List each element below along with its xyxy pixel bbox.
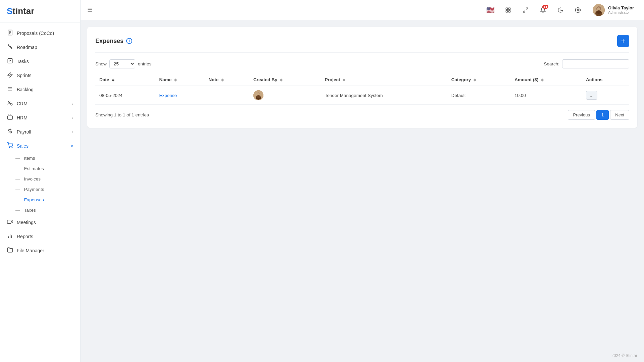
- col-amount[interactable]: Amount ($): [510, 74, 582, 86]
- sprints-icon: [7, 72, 13, 79]
- search-input[interactable]: [562, 59, 629, 68]
- expense-link[interactable]: Expense: [159, 93, 177, 98]
- svg-point-36: [596, 10, 601, 14]
- page-footer: 2024 © Stintar: [81, 349, 644, 362]
- sidebar-item-hrm[interactable]: HRM ›: [0, 111, 80, 125]
- sidebar-item-label: Tasks: [17, 59, 29, 64]
- card-header: Expenses i +: [95, 35, 629, 53]
- entries-per-page-select[interactable]: 25 10 50 100: [109, 59, 135, 68]
- settings-button[interactable]: [572, 4, 584, 16]
- col-category-label: Category: [451, 77, 471, 82]
- col-name[interactable]: Name: [155, 74, 204, 86]
- sidebar-subitem-items[interactable]: — Items: [0, 153, 80, 163]
- hrm-icon: [7, 114, 13, 121]
- grid-icon: [505, 7, 511, 13]
- svg-marker-10: [8, 72, 12, 77]
- folder-icon: [7, 247, 13, 254]
- next-button[interactable]: Next: [610, 110, 629, 120]
- svg-line-7: [9, 46, 10, 46]
- info-icon[interactable]: i: [126, 38, 132, 44]
- svg-line-30: [523, 10, 525, 12]
- sidebar-subitem-estimates[interactable]: — Estimates: [0, 163, 80, 174]
- showing-text: Showing 1 to 1 of 1 entries: [95, 112, 149, 117]
- col-project-label: Project: [325, 77, 340, 82]
- previous-button[interactable]: Previous: [568, 110, 595, 120]
- app-logo: Stintar: [7, 6, 34, 16]
- main-wrapper: ☰ 🇺🇸 54: [81, 0, 644, 362]
- svg-point-41: [256, 95, 260, 98]
- sidebar-item-proposals[interactable]: Proposals (CoCo): [0, 26, 80, 40]
- show-entries-control: Show 25 10 50 100 entries: [95, 59, 151, 68]
- svg-point-15: [10, 103, 12, 105]
- sidebar-item-backlog[interactable]: Backlog: [0, 83, 80, 97]
- sidebar-item-label: Reports: [17, 234, 33, 239]
- language-flag[interactable]: 🇺🇸: [485, 4, 497, 16]
- sidebar-item-label: Proposals (CoCo): [17, 31, 54, 36]
- sidebar-item-reports[interactable]: Reports: [0, 229, 80, 244]
- sidebar-subitem-payments[interactable]: — Payments: [0, 184, 80, 195]
- svg-point-4: [8, 45, 9, 46]
- sidebar-item-roadmap[interactable]: Roadmap: [0, 40, 80, 54]
- footer-text: 2024 © Stintar: [611, 353, 637, 358]
- notification-button[interactable]: 54: [537, 4, 549, 16]
- main-content: Expenses i + Show 25 10 50 100 entries: [81, 20, 644, 349]
- col-category[interactable]: Category: [447, 74, 510, 86]
- hrm-arrow-icon: ›: [72, 115, 73, 120]
- table-row: 08-05-2024 Expense: [95, 86, 629, 105]
- col-actions: Actions: [582, 74, 629, 86]
- sidebar-item-file-manager[interactable]: File Manager: [0, 244, 80, 258]
- sort-arrows-amount: [541, 79, 544, 82]
- avatar: [593, 4, 605, 16]
- svg-line-29: [526, 8, 528, 9]
- row-actions-button[interactable]: ...: [586, 91, 597, 100]
- page-1-button[interactable]: 1: [596, 110, 609, 120]
- moon-icon: [557, 7, 563, 13]
- cell-amount: 10.00: [510, 86, 582, 105]
- expenses-table: Date Name: [95, 74, 629, 105]
- sidebar-subitem-label: Estimates: [24, 166, 44, 171]
- cell-actions: ...: [582, 86, 629, 105]
- user-profile-button[interactable]: Olivia Taylor Administrator: [589, 3, 637, 17]
- sidebar-logo: Stintar: [0, 0, 80, 23]
- sidebar-item-payroll[interactable]: Payroll ›: [0, 125, 80, 139]
- sidebar-subitem-invoices[interactable]: — Invoices: [0, 174, 80, 184]
- sidebar-item-label: Meetings: [17, 220, 36, 225]
- cell-note: [204, 86, 249, 105]
- col-date[interactable]: Date: [95, 74, 155, 86]
- svg-point-5: [10, 46, 11, 47]
- table-body: 08-05-2024 Expense: [95, 86, 629, 105]
- sidebar-item-meetings[interactable]: Meetings: [0, 215, 80, 229]
- user-avatar-image: [593, 4, 605, 16]
- sidebar-item-sales[interactable]: Sales ∨: [0, 139, 80, 153]
- cell-category: Default: [447, 86, 510, 105]
- sidebar-subitem-label: Expenses: [24, 197, 44, 202]
- fullscreen-button[interactable]: [519, 4, 532, 16]
- col-project[interactable]: Project: [321, 74, 447, 86]
- user-info: Olivia Taylor Administrator: [608, 5, 634, 14]
- col-created-by-label: Created By: [253, 77, 277, 82]
- svg-point-18: [9, 147, 10, 148]
- sidebar-item-crm[interactable]: CRM ›: [0, 97, 80, 111]
- sidebar-item-label: Backlog: [17, 87, 34, 92]
- menu-toggle-button[interactable]: ☰: [87, 6, 93, 14]
- header: ☰ 🇺🇸 54: [81, 0, 644, 20]
- apps-grid-button[interactable]: [502, 4, 514, 16]
- add-expense-button[interactable]: +: [617, 35, 629, 47]
- sidebar-item-tasks[interactable]: Tasks: [0, 54, 80, 68]
- col-created-by[interactable]: Created By: [249, 74, 321, 86]
- expenses-card: Expenses i + Show 25 10 50 100 entries: [87, 27, 637, 128]
- dark-mode-button[interactable]: [554, 4, 566, 16]
- payroll-arrow-icon: ›: [72, 130, 73, 134]
- col-amount-label: Amount ($): [514, 77, 538, 82]
- user-name: Olivia Taylor: [608, 5, 634, 10]
- svg-point-14: [9, 101, 10, 103]
- svg-point-6: [11, 48, 12, 49]
- sidebar-item-sprints[interactable]: Sprints: [0, 68, 80, 83]
- sidebar-subitem-taxes[interactable]: — Taxes: [0, 205, 80, 215]
- sidebar-subitem-expenses[interactable]: — Expenses: [0, 195, 80, 205]
- file-text-icon: [7, 30, 13, 37]
- svg-rect-28: [508, 10, 510, 12]
- col-note[interactable]: Note: [204, 74, 249, 86]
- svg-rect-26: [508, 8, 510, 9]
- sidebar-item-label: CRM: [17, 101, 28, 106]
